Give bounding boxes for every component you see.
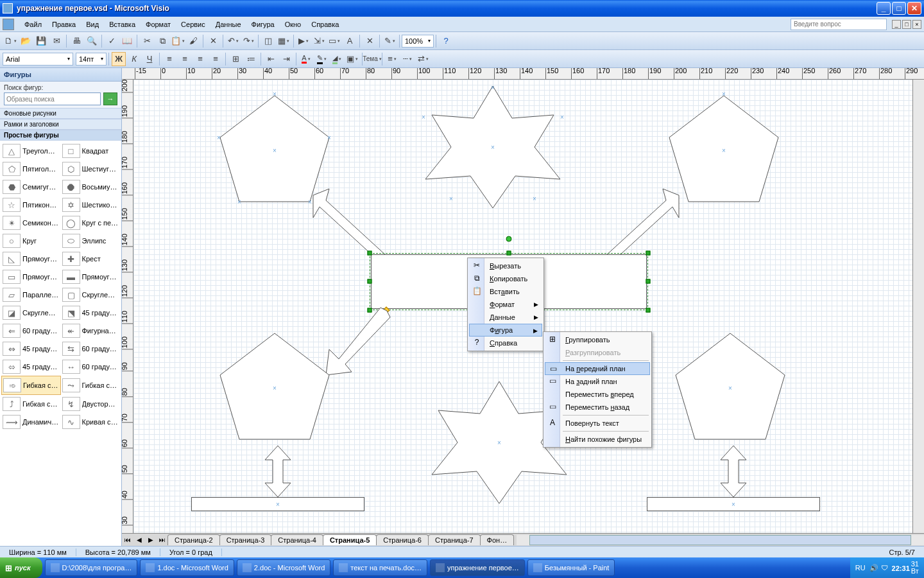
taskbar-item[interactable]: D:\2008\для програ… [45,559,138,576]
tray-icon[interactable]: 🛡 [881,564,888,572]
shape-item[interactable]: ⤳Гибкая стрелка 2 [61,376,121,395]
tab-prev[interactable]: ◀ [133,536,145,543]
stencil-basic-shapes[interactable]: Простые фигуры [0,130,121,141]
stencil-frames[interactable]: Рамки и заголовки [0,119,121,130]
shape-item[interactable]: ▢Скруглен… прямоуг… [61,286,121,304]
line-ends-button[interactable]: ⇄ [416,52,430,66]
selection-handle[interactable] [368,279,372,284]
context-menu-item[interactable]: 📋Вставить [469,285,542,298]
shape-item[interactable]: ◯Круг с перетаск… [61,214,121,232]
menu-data[interactable]: Данные [210,19,246,30]
shape-item[interactable]: ↯Двусторон… гибкая с… [61,395,121,413]
selection-handle[interactable] [646,251,651,256]
shape-search-input[interactable] [4,92,101,105]
page-tab[interactable]: Страница-4 [271,534,323,545]
redo-button[interactable]: ↷ [241,34,255,48]
line-pattern-button[interactable]: ┄ [400,52,415,66]
research-button[interactable]: 📖 [120,34,134,48]
align-left-button[interactable]: ≡ [162,52,176,66]
shape-item[interactable]: ▱Паралле… [1,286,61,304]
context-menu-item[interactable]: Данные▶ [469,311,542,324]
shape-item[interactable]: ⇐60 градусов… [1,322,61,340]
menu-view[interactable]: Вид [81,19,104,30]
start-button[interactable]: пуск [0,557,42,578]
shape-item[interactable]: □Квадрат [61,142,121,160]
menu-insert[interactable]: Вставка [104,19,141,30]
shape-item[interactable]: ↞Фигурная стрелка [61,322,121,340]
taskbar-item[interactable]: текст на печать.doc… [333,559,427,576]
selection-handle[interactable] [507,251,511,256]
shape-item[interactable]: ⟿Динамич… соединит… [1,413,61,431]
shape-item[interactable]: ⇔45 градусов… [1,340,61,358]
font-name-box[interactable]: Arial▾ [3,53,73,66]
context-menu-item[interactable]: Фигура▶ [469,324,542,337]
shape-item[interactable]: ∿Кривая соедини… [61,413,121,431]
double-arrow-shape[interactable] [265,446,291,497]
bold-button[interactable]: Ж [112,52,126,66]
tab-next[interactable]: ▶ [145,536,157,543]
format-painter-button[interactable]: 🖌 [186,34,200,48]
menu-edit[interactable]: Правка [47,19,81,30]
selection-handle[interactable] [646,279,651,284]
ruler-vertical[interactable]: 2001901801701601501401301201101009080706… [122,80,133,533]
copy-button[interactable]: ⧉ [155,34,169,48]
selection-handle[interactable] [368,251,372,256]
preview-button[interactable]: 🔍 [85,34,99,48]
system-tray[interactable]: RU 🔊 🛡 22:31 31Вт [850,557,924,578]
line-color-button[interactable]: ✎ [314,52,329,66]
taskbar-item[interactable]: 2.doc - Microsoft Word [237,559,330,576]
shape-item[interactable]: ⬡Шестиуг… [61,160,121,178]
context-menu-item[interactable]: Найти похожие фигуры [545,433,650,446]
shape-item[interactable]: ○Круг [1,232,61,250]
text-tool[interactable]: A [343,34,357,48]
zoom-box[interactable]: 100%▾ [402,35,434,48]
shape-item[interactable]: ◺Прямоуг… треугол… [1,250,61,268]
context-menu-item[interactable]: Переместить вперед [545,388,650,401]
context-menu-item[interactable]: ⧉Копировать [469,272,542,285]
mdi-restore[interactable]: □ [902,20,911,29]
menu-file[interactable]: Файл [19,19,47,30]
taskbar-item[interactable]: упражнение первое… [430,559,525,576]
help-question-box[interactable] [791,19,887,30]
context-menu-item[interactable]: ▭Переместить назад [545,401,650,414]
shape-item[interactable]: ➾Гибкая стрелка 1 [1,376,61,395]
context-menu-item[interactable]: AПовернуть текст [545,417,650,430]
shape-item[interactable]: ☆Пятикон… звезда [1,196,61,214]
shape-item[interactable]: ▬Прямоуг… с тенью [61,268,121,286]
drawing-canvas[interactable]: × × × × × × × × × × × × × × [133,80,912,533]
shape-item[interactable]: ⯃Восьмиу… [61,178,121,196]
menu-help[interactable]: Справка [306,19,344,30]
email-button[interactable]: ✉ [49,34,64,48]
tray-lang[interactable]: RU [855,564,866,572]
shape-item[interactable]: ⇆60 градусов… [61,340,121,358]
menu-tools[interactable]: Сервис [176,19,210,30]
page-tab[interactable]: Страница-3 [219,534,272,545]
stencil-backgrounds[interactable]: Фоновые рисунки [0,108,121,119]
tray-icon[interactable]: 🔊 [869,564,878,572]
print-button[interactable]: 🖶 [69,34,83,48]
shape-item[interactable]: ⬠Пятигол… [1,160,61,178]
shadow-button[interactable]: ▣ [345,52,359,66]
minimize-button[interactable]: _ [877,2,891,15]
page-tab[interactable]: Страница-5 [323,534,377,545]
context-menu-item[interactable]: ⊞Группировать [545,333,650,346]
selection-handle[interactable] [646,308,651,313]
menu-shape[interactable]: Фигура [246,19,280,30]
drawing-tool[interactable]: ▭ [327,34,341,48]
scrollbar-horizontal[interactable] [517,535,924,545]
ink-tool[interactable]: ✎ [382,34,397,48]
close-button[interactable]: ✕ [907,2,921,15]
page-tab[interactable]: Страница-7 [428,534,481,545]
mdi-close[interactable]: × [912,20,921,29]
align-right-button[interactable]: ≡ [193,52,207,66]
undo-button[interactable]: ↶ [226,34,240,48]
menu-format[interactable]: Формат [141,19,176,30]
double-arrow-shape[interactable] [721,446,746,497]
shape-item[interactable]: ↔60 градусов… [61,358,121,376]
page-tab[interactable]: Фон… [480,534,515,545]
help-button[interactable]: ? [439,34,453,48]
save-button[interactable]: 💾 [34,34,48,48]
tab-last[interactable]: ⏭ [157,536,168,543]
context-menu-item[interactable]: ✂Вырезать [469,259,542,272]
maximize-button[interactable]: □ [892,2,906,15]
